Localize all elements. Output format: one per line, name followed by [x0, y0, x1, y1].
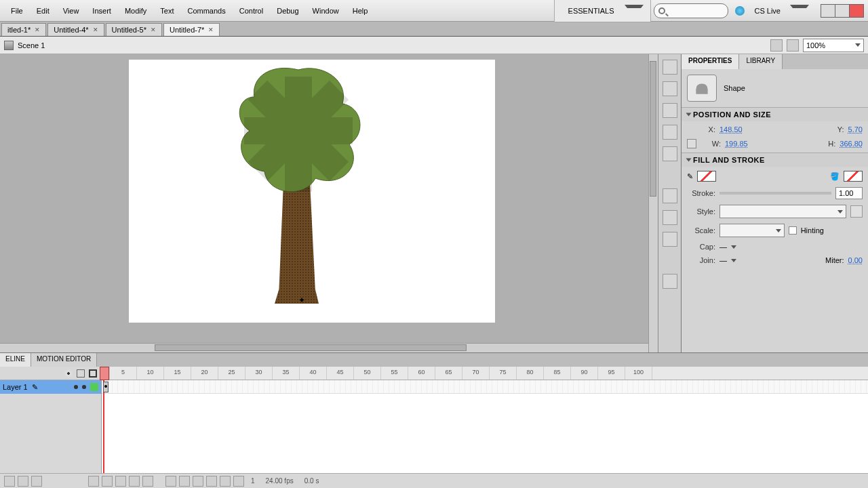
last-frame-button[interactable] — [142, 476, 153, 487]
next-frame-button[interactable] — [129, 476, 140, 487]
stroke-weight-slider[interactable] — [719, 192, 831, 195]
menu-control[interactable]: Control — [233, 3, 270, 19]
w-field[interactable]: 199.85 — [725, 140, 748, 148]
layer-track[interactable] — [102, 380, 868, 394]
menu-debug[interactable]: Debug — [270, 3, 305, 19]
panel-icon[interactable] — [663, 125, 677, 140]
close-icon[interactable]: ✕ — [208, 26, 214, 33]
horizontal-scrollbar[interactable] — [0, 343, 648, 352]
tick: 60 — [408, 367, 435, 380]
menu-view[interactable]: View — [56, 3, 86, 19]
scrollbar-thumb[interactable] — [650, 61, 656, 197]
stroke-weight-value: 1.00 — [839, 189, 853, 197]
panel-icon[interactable] — [663, 210, 677, 225]
center-frame-button[interactable] — [165, 476, 176, 487]
lock-column-icon[interactable] — [77, 369, 85, 378]
tab-motion-editor[interactable]: MOTION EDITOR — [31, 353, 97, 367]
stroke-color-swatch[interactable] — [697, 171, 716, 182]
panel-icon[interactable] — [663, 146, 677, 161]
new-layer-button[interactable] — [4, 476, 15, 487]
frame-ruler[interactable]: 1 5 10 15 20 25 30 35 40 45 50 55 60 65 … — [102, 367, 868, 380]
menu-text[interactable]: Text — [153, 3, 180, 19]
outline-toggle[interactable] — [90, 383, 98, 391]
new-folder-button[interactable] — [18, 476, 28, 487]
menu-insert[interactable]: Insert — [85, 3, 118, 19]
fill-color-swatch[interactable] — [844, 171, 863, 182]
doc-tab[interactable]: Untitled-5*✕ — [106, 23, 162, 36]
prev-frame-button[interactable] — [102, 476, 113, 487]
edit-stroke-style-button[interactable] — [850, 205, 863, 218]
edit-scene-button[interactable] — [770, 39, 783, 52]
h-field[interactable]: 366.80 — [840, 140, 863, 148]
panel-icon[interactable] — [663, 81, 677, 96]
first-frame-button[interactable] — [88, 476, 99, 487]
workspace-switcher[interactable]: ESSENTIALS — [554, 0, 652, 22]
doc-tab[interactable]: Untitled-4*✕ — [47, 23, 104, 36]
miter-field[interactable]: 0.00 — [848, 256, 863, 264]
window-close-button[interactable] — [849, 4, 864, 18]
panel-icon[interactable] — [663, 60, 677, 75]
modify-markers-button[interactable] — [233, 476, 244, 487]
close-icon[interactable]: ✕ — [93, 26, 98, 33]
loop-button[interactable] — [179, 476, 190, 487]
keyframe[interactable] — [103, 382, 108, 392]
edit-multiple-button[interactable] — [220, 476, 231, 487]
panel-icon[interactable] — [663, 232, 677, 247]
zoom-select[interactable]: 100% — [803, 39, 864, 52]
tick: 80 — [517, 367, 544, 380]
scrollbar-thumb[interactable] — [155, 344, 467, 351]
tree-foliage-shape[interactable] — [231, 63, 366, 202]
x-field[interactable]: 148.50 — [719, 125, 743, 134]
frames-area[interactable]: 1 5 10 15 20 25 30 35 40 45 50 55 60 65 … — [102, 367, 868, 473]
chevron-down-icon — [837, 210, 843, 214]
join-value: — — [719, 256, 727, 264]
stroke-scale-select[interactable] — [719, 224, 785, 237]
menu-commands[interactable]: Commands — [180, 3, 232, 19]
search-icon — [658, 7, 665, 14]
tab-timeline[interactable]: ELINE — [0, 353, 31, 367]
lock-toggle[interactable] — [82, 385, 86, 389]
close-icon[interactable]: ✕ — [151, 26, 156, 33]
panel-icon[interactable] — [663, 103, 677, 118]
stage-canvas[interactable]: ✦ — [129, 60, 495, 323]
visibility-toggle[interactable] — [74, 385, 78, 389]
panel-icon[interactable] — [663, 188, 677, 203]
menu-edit[interactable]: Edit — [30, 3, 56, 19]
onion-skin-outline-button[interactable] — [206, 476, 217, 487]
panel-icon[interactable] — [663, 274, 677, 289]
menu-help[interactable]: Help — [346, 3, 375, 19]
window-restore-button[interactable] — [835, 4, 850, 18]
stroke-color-icon: ✎ — [687, 172, 693, 181]
section-fill-stroke[interactable]: FILL AND STROKE — [682, 152, 868, 167]
y-field[interactable]: 5.70 — [848, 125, 863, 134]
cap-select[interactable] — [731, 245, 736, 249]
layer-name[interactable]: Layer 1 — [3, 383, 28, 391]
play-button[interactable] — [115, 476, 126, 487]
join-select[interactable] — [731, 259, 736, 262]
outline-column-icon[interactable] — [89, 369, 97, 378]
menu-file[interactable]: File — [4, 3, 30, 19]
layer-row[interactable]: Layer 1 ✎ — [0, 380, 101, 394]
delete-layer-button[interactable] — [31, 476, 42, 487]
menu-window[interactable]: Window — [306, 3, 346, 19]
onion-skin-button[interactable] — [193, 476, 203, 487]
tab-library[interactable]: LIBRARY — [739, 54, 783, 69]
close-icon[interactable]: ✕ — [35, 26, 40, 33]
tab-properties[interactable]: PROPERTIES — [682, 54, 739, 69]
stroke-weight-field[interactable]: 1.00 — [835, 187, 863, 199]
menu-modify[interactable]: Modify — [118, 3, 153, 19]
edit-symbols-button[interactable] — [787, 39, 799, 52]
doc-tab[interactable]: itled-1*✕ — [1, 23, 46, 36]
vertical-scrollbar[interactable] — [648, 54, 658, 352]
section-position-size[interactable]: POSITION AND SIZE — [682, 107, 868, 121]
lock-aspect-icon[interactable] — [687, 139, 696, 148]
stroke-style-select[interactable] — [719, 205, 846, 218]
window-min-button[interactable] — [821, 4, 835, 18]
search-input[interactable] — [654, 3, 728, 18]
collapse-icon — [686, 159, 692, 162]
hinting-checkbox[interactable] — [789, 226, 797, 235]
visibility-column-icon[interactable] — [64, 369, 73, 378]
stage-area[interactable]: ✦ — [0, 54, 658, 352]
cs-live-button[interactable]: CS Live — [731, 3, 813, 19]
doc-tab[interactable]: Untitled-7*✕ — [163, 23, 220, 36]
